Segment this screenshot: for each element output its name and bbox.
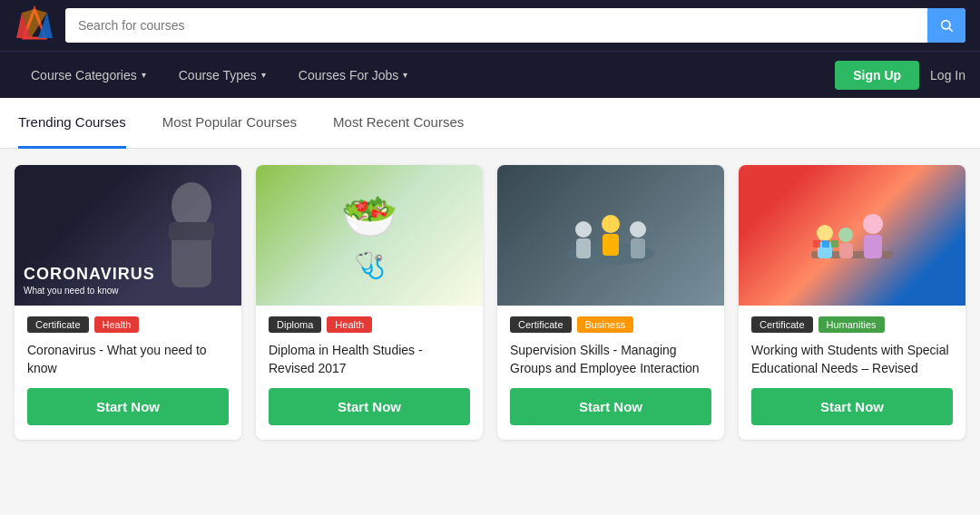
tab-trending-courses[interactable]: Trending Courses — [18, 98, 126, 149]
course-body-coronavirus: Certificate Health Coronavirus - What yo… — [15, 306, 241, 440]
tabs-bar: Trending Courses Most Popular Courses Mo… — [0, 98, 980, 149]
tab-most-popular-courses[interactable]: Most Popular Courses — [162, 98, 297, 149]
course-body-special-educational: Certificate Humanities Working with Stud… — [739, 306, 965, 440]
start-now-button-supervision-skills[interactable]: Start Now — [510, 388, 711, 425]
badge-certificate: Certificate — [510, 316, 572, 333]
education-illustration — [802, 195, 902, 277]
header — [0, 0, 980, 51]
course-body-health-studies: Diploma Health Diploma in Health Studies… — [256, 306, 483, 440]
nav-label-courses-for-jobs: Courses For Jobs — [299, 68, 398, 83]
course-title-supervision-skills: Supervision Skills - Managing Groups and… — [510, 342, 711, 377]
nav-label-course-types: Course Types — [179, 68, 257, 83]
svg-point-17 — [863, 214, 883, 234]
tab-most-recent-courses[interactable]: Most Recent Courses — [333, 98, 464, 149]
course-card-coronavirus: CORONAVIRUS What you need to know Certif… — [15, 165, 241, 440]
nav-bar: Course Categories ▾ Course Types ▾ Cours… — [0, 51, 980, 98]
svg-point-12 — [602, 215, 620, 233]
badge-certificate: Certificate — [27, 316, 89, 333]
course-card-supervision-skills: Certificate Business Supervision Skills … — [497, 165, 724, 440]
badge-health: Health — [94, 316, 140, 333]
sidebar-item-course-categories[interactable]: Course Categories ▾ — [15, 52, 162, 99]
svg-rect-15 — [631, 238, 645, 258]
course-card-health-studies: 🥗 🩺 Diploma Health Diploma in Health Stu… — [256, 165, 483, 440]
signup-button[interactable]: Sign Up — [835, 61, 919, 90]
sidebar-item-course-types[interactable]: Course Types ▾ — [162, 52, 282, 99]
svg-point-10 — [575, 221, 592, 238]
svg-rect-24 — [822, 240, 829, 248]
svg-point-4 — [942, 21, 950, 29]
badge-row: Certificate Business — [510, 316, 711, 333]
badge-row: Certificate Humanities — [751, 316, 953, 333]
stethoscope-icon: 🩺 — [354, 250, 386, 280]
svg-point-19 — [817, 225, 833, 241]
search-button[interactable] — [927, 8, 965, 43]
svg-point-14 — [630, 221, 646, 238]
svg-rect-8 — [169, 222, 214, 240]
nav-label-course-categories: Course Categories — [31, 68, 137, 83]
nav-items: Course Categories ▾ Course Types ▾ Cours… — [15, 52, 835, 99]
badge-business: Business — [577, 316, 634, 333]
course-image-special-educational — [739, 165, 965, 306]
search-bar — [65, 8, 965, 43]
course-body-supervision-skills: Certificate Business Supervision Skills … — [497, 306, 724, 440]
business-meeting-illustration — [561, 195, 661, 277]
svg-rect-11 — [576, 238, 591, 258]
course-image-health-studies: 🥗 🩺 — [256, 165, 483, 306]
svg-rect-22 — [839, 243, 853, 258]
badge-row: Diploma Health — [269, 316, 470, 333]
login-button[interactable]: Log In — [930, 68, 965, 83]
svg-rect-13 — [603, 234, 619, 256]
badge-humanities: Humanities — [818, 316, 885, 333]
sidebar-item-courses-for-jobs[interactable]: Courses For Jobs ▾ — [282, 52, 424, 99]
search-icon — [939, 18, 954, 33]
course-title-health-studies: Diploma in Health Studies - Revised 2017 — [269, 342, 470, 377]
course-title-coronavirus: Coronavirus - What you need to know — [27, 342, 229, 377]
nav-actions: Sign Up Log In — [835, 61, 965, 90]
svg-rect-18 — [864, 235, 882, 258]
svg-rect-23 — [813, 240, 820, 248]
start-now-button-coronavirus[interactable]: Start Now — [27, 388, 229, 425]
course-image-supervision-skills — [497, 165, 724, 306]
chevron-down-icon: ▾ — [261, 70, 266, 80]
courses-grid: CORONAVIRUS What you need to know Certif… — [0, 149, 980, 456]
course-image-coronavirus: CORONAVIRUS What you need to know — [15, 165, 241, 306]
health-icon: 🥗 — [341, 190, 397, 243]
chevron-down-icon: ▾ — [403, 70, 407, 80]
search-input[interactable] — [65, 8, 927, 43]
badge-health: Health — [327, 316, 372, 333]
start-now-button-health-studies[interactable]: Start Now — [269, 388, 470, 425]
course-title-special-educational: Working with Students with Special Educa… — [751, 342, 953, 377]
svg-line-5 — [949, 28, 953, 32]
svg-point-21 — [838, 228, 853, 242]
chevron-down-icon: ▾ — [142, 70, 146, 80]
start-now-button-special-educational[interactable]: Start Now — [751, 388, 953, 425]
logo-icon — [15, 5, 54, 45]
svg-rect-25 — [831, 240, 838, 248]
course-card-special-educational: Certificate Humanities Working with Stud… — [739, 165, 965, 440]
badge-diploma: Diploma — [269, 316, 321, 333]
badge-certificate: Certificate — [751, 316, 813, 333]
badge-row: Certificate Health — [27, 316, 229, 333]
